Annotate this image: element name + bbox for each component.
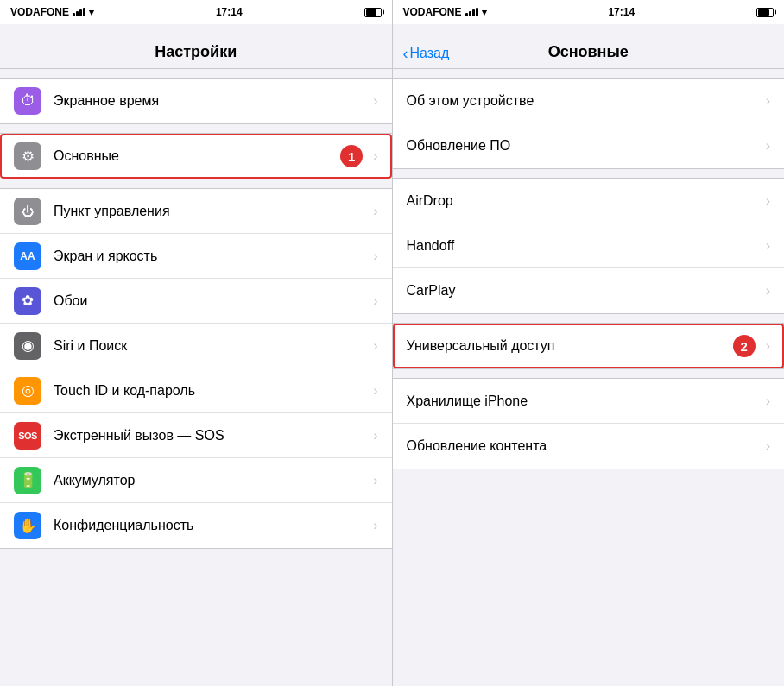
- battery-icon: 🔋: [19, 471, 37, 489]
- flower-icon: ✿: [22, 292, 34, 310]
- chevron-content-update: ›: [766, 438, 770, 454]
- row-touchid[interactable]: ◎ Touch ID и код-пароль ›: [0, 368, 392, 413]
- status-bar-right: VODAFONE ▾ 17:14: [393, 0, 785, 24]
- chevron-iphone-storage: ›: [766, 393, 770, 409]
- group-general: ⚙ Основные 1 ›: [0, 133, 392, 179]
- chevron-control-center: ›: [373, 204, 377, 219]
- gap-r-top: [393, 69, 785, 78]
- fingerprint-icon: ◎: [22, 381, 35, 400]
- chevron-about: ›: [766, 93, 770, 109]
- chevron-touchid: ›: [373, 383, 377, 399]
- chevron-sos: ›: [373, 428, 377, 444]
- row-privacy[interactable]: ✋ Конфиденциальность ›: [0, 503, 392, 548]
- label-accessibility: Универсальный доступ: [407, 338, 733, 354]
- signal-bar-2: [76, 11, 79, 16]
- row-wallpaper[interactable]: ✿ Обои ›: [0, 279, 392, 324]
- badge-label-2: 2: [741, 339, 748, 354]
- battery-icon-left: [364, 8, 382, 17]
- row-handoff[interactable]: Handoff ›: [393, 223, 785, 268]
- wifi-icon-right: ▾: [482, 7, 487, 18]
- group-screentime: ⏱ Экранное время ›: [0, 78, 392, 124]
- row-about[interactable]: Об этом устройстве ›: [393, 79, 785, 123]
- row-display[interactable]: AA Экран и яркость ›: [0, 234, 392, 279]
- signal-bar-r1: [465, 13, 468, 16]
- label-general: Основные: [54, 148, 340, 164]
- page-title-right: Основные: [548, 43, 629, 61]
- group-main: ⏻ Пункт управления › AA Экран и яркость …: [0, 188, 392, 549]
- chevron-airdrop: ›: [766, 193, 770, 209]
- signal-bars-right: [465, 8, 478, 16]
- badge-general: 1: [340, 145, 363, 167]
- icon-screen-time: ⏱: [14, 87, 41, 115]
- carrier-right: VODAFONE: [403, 6, 462, 18]
- row-update[interactable]: Обновление ПО ›: [393, 123, 785, 168]
- signal-bars-left: [73, 8, 85, 16]
- row-iphone-storage[interactable]: Хранилище iPhone ›: [393, 379, 785, 424]
- group-storage: Хранилище iPhone › Обновление контента ›: [393, 378, 785, 469]
- label-airdrop: AirDrop: [407, 193, 761, 209]
- row-control-center[interactable]: ⏻ Пункт управления ›: [0, 189, 392, 234]
- label-control-center: Пункт управления: [54, 204, 368, 219]
- gear-icon: ⚙: [22, 148, 35, 166]
- status-right-left: [364, 8, 382, 17]
- chevron-accessibility: ›: [766, 338, 770, 354]
- label-carplay: CarPlay: [407, 283, 761, 299]
- gap-r-2: [393, 314, 785, 323]
- gap-r-1: [393, 169, 785, 178]
- page-title-left: Настройки: [155, 43, 237, 61]
- time-right: 17:14: [608, 6, 635, 18]
- row-screen-time[interactable]: ⏱ Экранное время ›: [0, 79, 392, 123]
- label-content-update: Обновление контента: [407, 438, 761, 454]
- chevron-general: ›: [373, 148, 377, 164]
- label-touchid: Touch ID и код-пароль: [54, 383, 368, 399]
- group-airdrop: AirDrop › Handoff › CarPlay ›: [393, 178, 785, 314]
- signal-bar-r2: [469, 11, 471, 16]
- icon-sos: SOS: [14, 422, 41, 450]
- label-sos: Экстренный вызов — SOS: [54, 428, 368, 444]
- label-screen-time: Экранное время: [54, 93, 368, 109]
- battery-icon-right: [756, 8, 774, 17]
- icon-control-center: ⏻: [14, 198, 41, 225]
- chevron-update: ›: [766, 138, 770, 154]
- status-left: VODAFONE ▾: [10, 6, 94, 18]
- icon-privacy: ✋: [14, 512, 41, 539]
- label-wallpaper: Обои: [54, 293, 368, 309]
- chevron-display: ›: [373, 249, 377, 264]
- status-left-right: VODAFONE ▾: [403, 6, 487, 18]
- status-right-right: [756, 8, 774, 17]
- wifi-icon-left: ▾: [89, 7, 94, 18]
- row-siri[interactable]: ◉ Siri и Поиск ›: [0, 324, 392, 368]
- row-carplay[interactable]: CarPlay ›: [393, 268, 785, 313]
- label-update: Обновление ПО: [407, 138, 761, 154]
- row-sos[interactable]: SOS Экстренный вызов — SOS ›: [0, 413, 392, 458]
- row-general[interactable]: ⚙ Основные 1 ›: [0, 134, 392, 179]
- row-content-update[interactable]: Обновление контента ›: [393, 424, 785, 469]
- signal-bar-r3: [472, 9, 475, 16]
- group-about: Об этом устройстве › Обновление ПО ›: [393, 78, 785, 169]
- row-battery[interactable]: 🔋 Аккумулятор ›: [0, 458, 392, 503]
- signal-bar-3: [79, 9, 82, 16]
- chevron-privacy: ›: [373, 518, 377, 533]
- gap-r-3: [393, 369, 785, 378]
- right-panel: VODAFONE ▾ 17:14 ‹ Назад Основные: [393, 0, 785, 686]
- siri-icon: ◉: [22, 337, 35, 355]
- chevron-siri: ›: [373, 338, 377, 354]
- label-privacy: Конфиденциальность: [54, 518, 368, 533]
- chevron-screen-time: ›: [373, 93, 377, 109]
- signal-bar-1: [73, 13, 75, 16]
- nav-header-right: ‹ Назад Основные: [393, 24, 785, 69]
- chevron-battery: ›: [373, 473, 377, 488]
- icon-touchid: ◎: [14, 377, 41, 405]
- label-about: Об этом устройстве: [407, 93, 761, 109]
- back-button[interactable]: ‹ Назад: [403, 46, 450, 61]
- icon-battery: 🔋: [14, 467, 41, 494]
- row-accessibility[interactable]: Универсальный доступ 2 ›: [393, 324, 785, 368]
- icon-wallpaper: ✿: [14, 287, 41, 315]
- back-label: Назад: [410, 46, 450, 61]
- group-accessibility: Универсальный доступ 2 ›: [393, 323, 785, 369]
- status-bar-left: VODAFONE ▾ 17:14: [0, 0, 392, 24]
- row-airdrop[interactable]: AirDrop ›: [393, 179, 785, 223]
- left-panel: VODAFONE ▾ 17:14 Настройки ⏱: [0, 0, 392, 686]
- hand-icon: ✋: [19, 517, 37, 535]
- icon-display: AA: [14, 242, 41, 270]
